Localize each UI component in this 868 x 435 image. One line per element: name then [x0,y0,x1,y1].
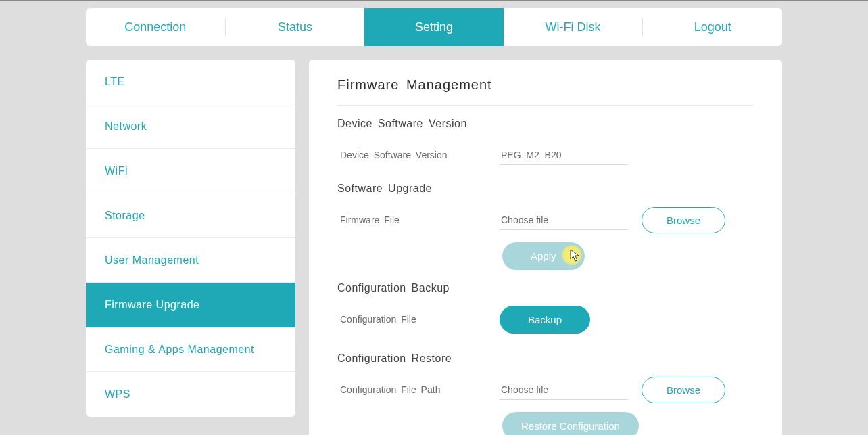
sidebar-item-gaming-apps[interactable]: Gaming & Apps Management [86,327,295,372]
value-device-version: PEG_M2_B20 [500,145,628,165]
sidebar: LTE Network WiFi Storage User Management… [86,60,295,417]
backup-button[interactable]: Backup [500,306,590,334]
row-device-version: Device Software Version PEG_M2_B20 [337,139,754,170]
browse-config-button[interactable]: Browse [642,377,725,403]
row-config-path: Configuration File Path Choose file Brow… [337,374,754,405]
page: Connection Status Setting Wi-Fi Disk Log… [0,0,868,435]
nav-status[interactable]: Status [226,8,365,46]
sidebar-item-storage[interactable]: Storage [86,193,295,238]
main-panel: Firmware Management Device Software Vers… [309,60,782,435]
nav-wifi-disk[interactable]: Wi-Fi Disk [504,8,643,46]
apply-row: Apply [337,242,754,270]
label-config-file: Configuration File [337,314,500,325]
label-device-version: Device Software Version [337,150,500,160]
section-config-backup-heading: Configuration Backup [337,282,754,294]
sidebar-item-network[interactable]: Network [86,104,295,149]
sidebar-item-firmware-upgrade[interactable]: Firmware Upgrade [86,283,295,327]
row-config-file: Configuration File Backup [337,304,754,335]
restore-row: Restore Configuration [337,412,754,435]
sidebar-item-lte[interactable]: LTE [86,60,295,104]
label-config-path: Configuration File Path [337,384,500,395]
nav-setting[interactable]: Setting [364,8,504,46]
section-config-restore-heading: Configuration Restore [337,352,754,365]
top-nav: Connection Status Setting Wi-Fi Disk Log… [86,8,782,46]
row-firmware-file: Firmware File Choose file Browse [337,204,754,235]
apply-button[interactable]: Apply [502,242,585,270]
nav-connection[interactable]: Connection [86,8,225,46]
nav-logout[interactable]: Logout [643,8,782,46]
browse-firmware-button[interactable]: Browse [642,207,725,233]
sidebar-item-wifi[interactable]: WiFi [86,149,295,193]
content-wrap: LTE Network WiFi Storage User Management… [86,60,782,435]
restore-configuration-button[interactable]: Restore Configuration [502,412,639,435]
section-software-upgrade-heading: Software Upgrade [337,183,754,195]
divider [337,105,754,106]
label-firmware-file: Firmware File [337,214,500,225]
input-config-path[interactable]: Choose file [500,380,628,400]
sidebar-item-wps[interactable]: WPS [86,372,295,417]
sidebar-item-user-management[interactable]: User Management [86,238,295,283]
page-title: Firmware Management [337,77,754,105]
input-firmware-file[interactable]: Choose file [500,210,628,230]
section-device-version-heading: Device Software Version [337,118,754,130]
